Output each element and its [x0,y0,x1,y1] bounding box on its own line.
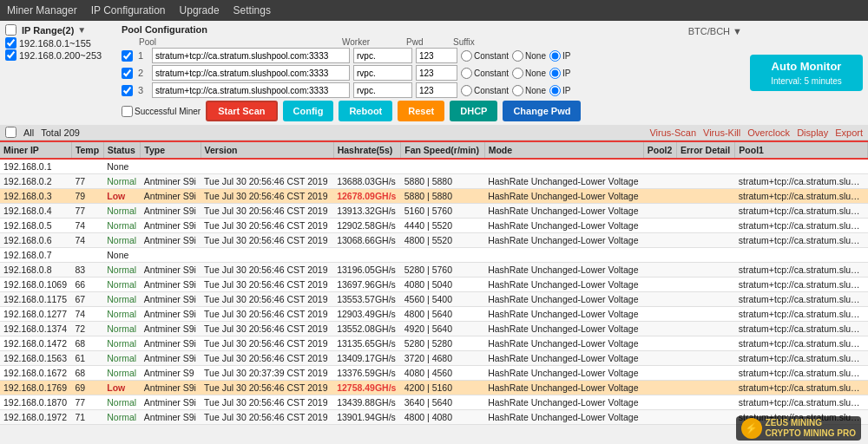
pool-1-url[interactable] [152,48,350,63]
ip-entry-1-checkbox[interactable] [5,37,16,49]
table-row[interactable]: 192.168.0.137472NormalAntminer S9iTue Ju… [0,322,868,336]
zeus-icon: ⚡ [741,418,762,439]
pool-row-2: 2 Constant None IP [122,65,745,81]
toolbar-row: All Total 209 Virus-Scan Virus-Kill Over… [0,125,868,140]
table-row[interactable]: 192.168.0.277NormalAntminer S9iTue Jul 3… [0,174,868,189]
col-ip: Miner IP [0,141,71,159]
col-temp: Temp [71,141,103,159]
pool-2-checkbox[interactable] [122,68,133,79]
table-row[interactable]: 192.168.0.187077NormalAntminer S9iTue Ju… [0,395,868,410]
pool-3-constant[interactable] [461,85,472,96]
col-version: Version [201,141,333,159]
col-status: Status [103,141,141,159]
col-hashrate: Hashrate(5s) [333,141,401,159]
ip-entry-1: 192.168.0.1~155 [5,37,116,49]
ip-range-checkbox[interactable] [5,24,16,36]
table-header-row: Miner IP Temp Status Type Version Hashra… [0,141,868,159]
col-pool2: Pool2 [643,141,676,159]
all-checkbox[interactable] [5,127,16,138]
col-pool1: Pool1 [735,141,868,159]
successful-miner-label: Successful Miner [122,106,201,117]
pool-3-checkbox[interactable] [122,85,133,96]
config-area: IP Range(2) ▼ 192.168.0.1~155 192.168.0.… [0,21,868,125]
zeus-badge: ⚡ ZEUS MINING CRYPTO MINING PRO [736,416,861,441]
pool-1-pwd[interactable] [416,48,457,63]
pool-config-title: Pool Configuration [122,24,745,35]
pool-2-pwd[interactable] [416,65,457,81]
miner-table-container: Miner IP Temp Status Type Version Hashra… [0,140,868,444]
pool-1-suffix: Constant None IP [461,50,570,62]
pool-1-none[interactable] [512,50,523,62]
menu-ip-configuration[interactable]: IP Configuration [91,4,166,16]
table-row[interactable]: 192.168.0.379LowAntminer S9iTue Jul 30 2… [0,189,868,204]
pool-2-none[interactable] [512,68,523,79]
auto-monitor-button[interactable]: Auto Monitor Interval: 5 minutes [750,55,863,91]
export-link[interactable]: Export [835,127,863,138]
ip-entry-2-checkbox[interactable] [5,49,16,61]
table-row[interactable]: 192.168.0.127774NormalAntminer S9iTue Ju… [0,307,868,322]
zeus-text: ZEUS MINING CRYPTO MINING PRO [766,418,856,439]
pool-1-ip[interactable] [549,50,561,62]
col-fanspeed: Fan Speed(r/min) [401,141,484,159]
pool-3-url[interactable] [152,82,350,98]
menu-miner-manager[interactable]: Miner Manager [7,4,77,16]
menu-settings[interactable]: Settings [233,4,271,16]
display-link[interactable]: Display [797,127,828,138]
pool-2-url[interactable] [152,65,350,81]
pool-1-constant[interactable] [461,50,472,62]
table-row[interactable]: 192.168.0.7None [0,248,868,263]
table-row[interactable]: 192.168.0.117567NormalAntminer S9iTue Ju… [0,292,868,307]
reboot-button[interactable]: Reboot [339,101,392,121]
dhcp-button[interactable]: DHCP [450,101,497,121]
ip-range-title: IP Range(2) ▼ [5,24,116,36]
pool-2-ip[interactable] [549,68,561,79]
top-menu: Miner Manager IP Configuration Upgrade S… [0,0,868,21]
virus-scan-link[interactable]: Virus-Scan [649,127,696,138]
pool-2-suffix: Constant None IP [461,68,570,79]
table-row[interactable]: 192.168.0.106966NormalAntminer S9iTue Ju… [0,278,868,292]
btc-bch-selector[interactable]: BTC/BCH ▼ [688,26,742,36]
pool-row-1: 1 Constant None IP [122,48,745,63]
pool-1-worker[interactable] [353,48,412,63]
pool-1-checkbox[interactable] [122,50,133,62]
menu-upgrade[interactable]: Upgrade [180,4,220,16]
all-label: All [23,127,34,138]
config-button[interactable]: Config [283,101,334,121]
table-row[interactable]: 192.168.0.1None [0,159,868,174]
table-row[interactable]: 192.168.0.674NormalAntminer S9iTue Jul 3… [0,233,868,248]
table-row[interactable]: 192.168.0.147268NormalAntminer S9iTue Ju… [0,336,868,351]
pool-3-pwd[interactable] [416,82,457,98]
virus-kill-link[interactable]: Virus-Kill [703,127,740,138]
table-row[interactable]: 192.168.0.574NormalAntminer S9iTue Jul 3… [0,219,868,233]
pool-3-worker[interactable] [353,82,412,98]
col-type: Type [141,141,201,159]
table-row[interactable]: 192.168.0.883NormalAntminer S9iTue Jul 3… [0,263,868,278]
auto-monitor-interval: Interval: 5 minutes [771,76,842,86]
pool-headers: Pool Worker Pwd Suffix [139,37,745,47]
pool-2-constant[interactable] [461,68,472,79]
miner-table: Miner IP Temp Status Type Version Hashra… [0,140,868,425]
reset-button[interactable]: Reset [398,101,444,121]
pool-2-worker[interactable] [353,65,412,81]
total-count: Total 209 [41,127,80,138]
pool-config-section: Pool Configuration Pool Worker Pwd Suffi… [122,21,745,125]
col-mode: Mode [484,141,643,159]
table-row[interactable]: 192.168.0.156361NormalAntminer S9iTue Ju… [0,351,868,366]
pool-row-3: 3 Constant None IP [122,82,745,98]
start-scan-button[interactable]: Start Scan [206,101,277,121]
table-row[interactable]: 192.168.0.167268NormalAntminer S9Tue Jul… [0,366,868,381]
auto-monitor-label: Auto Monitor [772,60,842,73]
ip-range-section: IP Range(2) ▼ 192.168.0.1~155 192.168.0.… [0,21,122,125]
table-row[interactable]: 192.168.0.176969LowAntminer S9iTue Jul 3… [0,381,868,395]
toolbar-right: Virus-Scan Virus-Kill Overclock Display … [649,127,863,138]
overclock-link[interactable]: Overclock [747,127,790,138]
ip-entry-2: 192.168.0.200~253 [5,49,116,61]
successful-miner-checkbox[interactable] [122,106,133,117]
pool-3-ip[interactable] [549,85,561,96]
pool-3-suffix: Constant None IP [461,85,570,96]
scan-row: Successful Miner Start Scan Config Reboo… [122,101,745,121]
table-row[interactable]: 192.168.0.477NormalAntminer S9iTue Jul 3… [0,204,868,219]
change-pwd-button[interactable]: Change Pwd [503,101,581,121]
col-error: Error Detail [677,141,735,159]
pool-3-none[interactable] [512,85,523,96]
